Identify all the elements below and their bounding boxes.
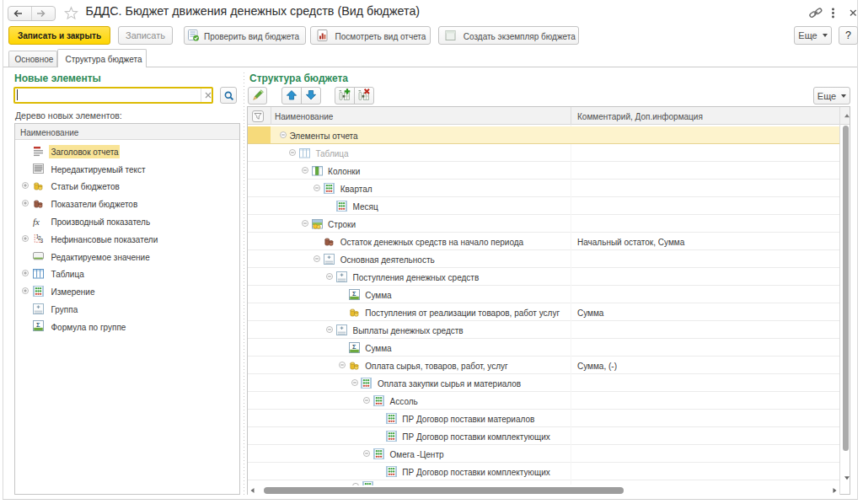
svg-text:3: 3 bbox=[40, 238, 44, 244]
svg-text:fx: fx bbox=[33, 216, 40, 226]
svg-text:Σ: Σ bbox=[352, 290, 356, 298]
svg-text:Σ: Σ bbox=[36, 321, 40, 329]
svg-text:Σ: Σ bbox=[352, 343, 356, 351]
